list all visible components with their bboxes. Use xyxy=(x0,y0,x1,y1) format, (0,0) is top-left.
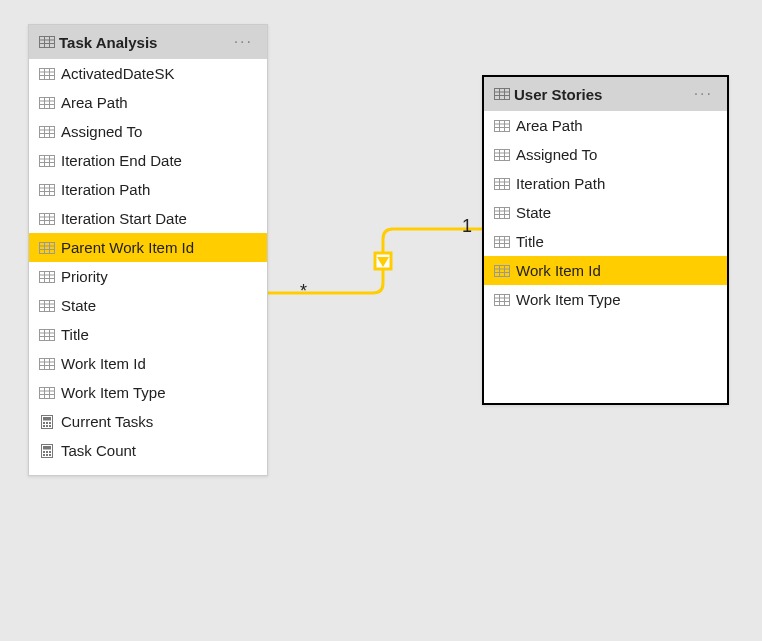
field-row[interactable]: Work Item Id xyxy=(29,349,267,378)
field-label: Work Item Type xyxy=(61,384,165,401)
field-row[interactable]: Assigned To xyxy=(484,140,727,169)
field-row[interactable]: Area Path xyxy=(29,88,267,117)
field-row[interactable]: Task Count xyxy=(29,436,267,465)
svg-rect-12 xyxy=(40,97,55,108)
card-header[interactable]: Task Analysis ··· xyxy=(29,25,267,59)
svg-rect-62 xyxy=(40,387,55,398)
svg-rect-83 xyxy=(495,89,510,100)
svg-rect-32 xyxy=(40,213,55,224)
field-row[interactable]: Parent Work Item Id xyxy=(29,233,267,262)
column-icon xyxy=(39,66,55,82)
svg-rect-68 xyxy=(43,417,51,421)
svg-rect-108 xyxy=(495,236,510,247)
column-icon xyxy=(494,234,510,250)
measure-icon xyxy=(39,414,55,430)
more-options-icon[interactable]: ··· xyxy=(690,85,717,103)
svg-rect-70 xyxy=(46,422,48,424)
svg-rect-7 xyxy=(40,68,55,79)
field-label: Iteration Path xyxy=(516,175,605,192)
field-list: ActivatedDateSKArea PathAssigned ToItera… xyxy=(29,59,267,465)
svg-rect-71 xyxy=(49,422,51,424)
field-row[interactable]: Iteration Path xyxy=(484,169,727,198)
svg-rect-77 xyxy=(43,451,45,453)
field-row[interactable]: Assigned To xyxy=(29,117,267,146)
table-title: User Stories xyxy=(514,86,690,103)
field-row[interactable]: Priority xyxy=(29,262,267,291)
table-card-task-analysis[interactable]: Task Analysis ··· ActivatedDateSKArea Pa… xyxy=(28,24,268,476)
column-icon xyxy=(39,385,55,401)
table-title: Task Analysis xyxy=(59,34,230,51)
more-options-icon[interactable]: ··· xyxy=(230,33,257,51)
svg-rect-118 xyxy=(495,294,510,305)
field-label: Assigned To xyxy=(516,146,597,163)
field-row[interactable]: Work Item Id xyxy=(484,256,727,285)
svg-rect-72 xyxy=(43,425,45,427)
field-row[interactable]: Iteration End Date xyxy=(29,146,267,175)
svg-rect-52 xyxy=(40,329,55,340)
model-canvas[interactable]: * 1 Task Analysis ··· ActivatedDateSKAre… xyxy=(0,0,762,641)
field-row[interactable]: Iteration Path xyxy=(29,175,267,204)
field-row[interactable]: State xyxy=(29,291,267,320)
column-icon xyxy=(39,153,55,169)
svg-marker-1 xyxy=(377,257,389,267)
field-row[interactable]: Area Path xyxy=(484,111,727,140)
column-icon xyxy=(39,356,55,372)
field-row[interactable]: ActivatedDateSK xyxy=(29,59,267,88)
field-label: Title xyxy=(516,233,544,250)
svg-rect-80 xyxy=(43,454,45,456)
field-label: Area Path xyxy=(61,94,128,111)
svg-rect-93 xyxy=(495,149,510,160)
svg-rect-69 xyxy=(43,422,45,424)
column-icon xyxy=(494,263,510,279)
column-icon xyxy=(39,269,55,285)
column-icon xyxy=(494,147,510,163)
field-row[interactable]: Current Tasks xyxy=(29,407,267,436)
table-card-user-stories[interactable]: User Stories ··· Area PathAssigned ToIte… xyxy=(482,75,729,405)
field-label: ActivatedDateSK xyxy=(61,65,174,82)
svg-rect-47 xyxy=(40,300,55,311)
field-row[interactable]: Work Item Type xyxy=(29,378,267,407)
column-icon xyxy=(494,292,510,308)
field-label: State xyxy=(516,204,551,221)
field-row[interactable]: Iteration Start Date xyxy=(29,204,267,233)
table-icon xyxy=(39,34,55,50)
svg-rect-88 xyxy=(495,120,510,131)
column-icon xyxy=(39,327,55,343)
svg-rect-22 xyxy=(40,155,55,166)
field-list: Area PathAssigned ToIteration PathStateT… xyxy=(484,111,727,314)
svg-rect-42 xyxy=(40,271,55,282)
field-label: Work Item Id xyxy=(516,262,601,279)
svg-rect-73 xyxy=(46,425,48,427)
svg-rect-76 xyxy=(43,446,51,450)
svg-rect-2 xyxy=(40,37,55,48)
field-label: Assigned To xyxy=(61,123,142,140)
column-icon xyxy=(39,240,55,256)
svg-rect-78 xyxy=(46,451,48,453)
column-icon xyxy=(494,205,510,221)
field-label: Work Item Type xyxy=(516,291,620,308)
svg-rect-37 xyxy=(40,242,55,253)
field-label: Iteration Path xyxy=(61,181,150,198)
cardinality-many: * xyxy=(300,281,307,302)
svg-rect-82 xyxy=(49,454,51,456)
field-label: Title xyxy=(61,326,89,343)
column-icon xyxy=(39,211,55,227)
field-row[interactable]: Title xyxy=(29,320,267,349)
field-label: Priority xyxy=(61,268,108,285)
svg-rect-79 xyxy=(49,451,51,453)
cardinality-one: 1 xyxy=(462,216,472,237)
svg-rect-0 xyxy=(375,253,391,269)
card-header[interactable]: User Stories ··· xyxy=(484,77,727,111)
svg-rect-27 xyxy=(40,184,55,195)
column-icon xyxy=(39,182,55,198)
svg-rect-113 xyxy=(495,265,510,276)
field-label: Task Count xyxy=(61,442,136,459)
field-row[interactable]: Title xyxy=(484,227,727,256)
field-label: Area Path xyxy=(516,117,583,134)
column-icon xyxy=(494,118,510,134)
field-label: Work Item Id xyxy=(61,355,146,372)
field-label: Iteration Start Date xyxy=(61,210,187,227)
field-label: Iteration End Date xyxy=(61,152,182,169)
field-row[interactable]: State xyxy=(484,198,727,227)
field-row[interactable]: Work Item Type xyxy=(484,285,727,314)
